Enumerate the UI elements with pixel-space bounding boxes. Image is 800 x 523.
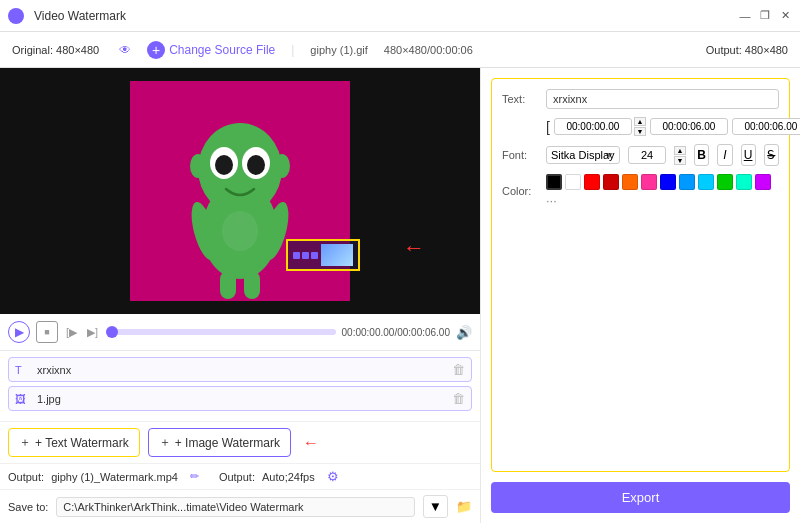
wm-dots: [293, 252, 318, 259]
time-display: 00:00:00.00/00:00:06.00: [342, 327, 450, 338]
left-panel: ← ▶ ■ [▶ ▶] 00:00:00.00/00:00:06.00 🔊 T …: [0, 68, 480, 523]
text-wm-delete-button[interactable]: 🗑: [452, 362, 465, 377]
image-wm-delete-button[interactable]: 🗑: [452, 391, 465, 406]
svg-point-4: [215, 155, 233, 175]
font-name-select[interactable]: Sitka Display: [546, 146, 620, 164]
time-start-input[interactable]: [554, 118, 632, 135]
top-toolbar: Original: 480×480 👁 + Change Source File…: [0, 32, 800, 68]
restore-button[interactable]: ❐: [758, 9, 772, 23]
font-property-row: Font: Sitka Display ▼ ▲ ▼ B I U S̶: [502, 144, 779, 166]
watermark-preview-overlay[interactable]: [286, 239, 360, 271]
timeline-thumb[interactable]: [106, 326, 118, 338]
more-colors-button[interactable]: ···: [546, 193, 557, 208]
change-source-button[interactable]: + Change Source File: [147, 41, 275, 59]
text-wm-icon: T: [15, 364, 29, 376]
image-wm-icon: 🖼: [15, 393, 29, 405]
time-start-down-button[interactable]: ▼: [634, 127, 646, 136]
bracket-open: [: [546, 119, 550, 135]
app-logo-icon: [8, 8, 24, 24]
swatch-red[interactable]: [584, 174, 600, 190]
swatch-darkred[interactable]: [603, 174, 619, 190]
time-start-spinner: ▲ ▼: [634, 117, 646, 136]
italic-button[interactable]: I: [717, 144, 732, 166]
swatch-white[interactable]: [565, 174, 581, 190]
output-settings-icon[interactable]: ⚙: [327, 469, 339, 484]
swatch-orange[interactable]: [622, 174, 638, 190]
time-start-up-button[interactable]: ▲: [634, 117, 646, 126]
red-arrow-indicator: ←: [403, 235, 425, 261]
strikethrough-button[interactable]: S̶: [764, 144, 779, 166]
add-image-watermark-button[interactable]: ＋ + Image Watermark: [148, 428, 291, 457]
svg-point-7: [274, 154, 290, 178]
text-property-row: Text:: [502, 89, 779, 109]
font-size-spinner: ▲ ▼: [674, 146, 686, 165]
save-path-display: C:\ArkThinker\ArkThink...timate\Video Wa…: [56, 497, 414, 517]
red-arrow-add-icon: ←: [303, 434, 319, 452]
next-frame-button[interactable]: ▶]: [85, 324, 100, 341]
swatch-cyan[interactable]: [698, 174, 714, 190]
plus-text-icon: ＋: [19, 434, 31, 451]
filename-label: giphy (1).gif: [310, 44, 367, 56]
svg-point-5: [247, 155, 265, 175]
minimize-button[interactable]: —: [738, 9, 752, 23]
color-swatches: ···: [546, 174, 779, 208]
right-panel: Text: [ ▲ ▼ ▲ ▼ ]: [480, 68, 800, 523]
swatch-pink[interactable]: [641, 174, 657, 190]
export-button[interactable]: Export: [491, 482, 790, 513]
svg-point-1: [198, 123, 282, 215]
text-wm-label: xrxixnx: [37, 364, 444, 376]
time-end2-input[interactable]: [732, 118, 800, 135]
plus-circle-icon: +: [147, 41, 165, 59]
svg-point-6: [190, 154, 206, 178]
eye-icon[interactable]: 👁: [119, 43, 131, 57]
stop-button[interactable]: ■: [36, 321, 58, 343]
output-dims-label: Output: 480×480: [706, 44, 788, 56]
image-wm-label: 1.jpg: [37, 393, 444, 405]
svg-point-12: [222, 211, 258, 251]
watermark-list: T xrxixnx 🗑 🖼 1.jpg 🗑: [0, 350, 480, 421]
swatch-lightblue[interactable]: [679, 174, 695, 190]
video-frame: ←: [130, 81, 350, 301]
swatch-black[interactable]: [546, 174, 562, 190]
original-label: Original: 480×480: [12, 44, 99, 56]
playback-controls: ▶ ■ [▶ ▶] 00:00:00.00/00:00:06.00 🔊: [0, 314, 480, 350]
font-size-down-button[interactable]: ▼: [674, 156, 686, 165]
save-folder-icon[interactable]: 📁: [456, 499, 472, 514]
swatch-green[interactable]: [717, 174, 733, 190]
window-controls: — ❐ ✕: [738, 9, 792, 23]
swatch-purple[interactable]: [755, 174, 771, 190]
output-format-label: Output: Auto;24fps: [219, 471, 315, 483]
save-to-label: Save to:: [8, 501, 48, 513]
watermark-item-text[interactable]: T xrxixnx 🗑: [8, 357, 472, 382]
color-prop-label: Color:: [502, 185, 538, 197]
font-size-input[interactable]: [628, 146, 666, 164]
font-size-up-button[interactable]: ▲: [674, 146, 686, 155]
add-text-watermark-button[interactable]: ＋ + Text Watermark: [8, 428, 140, 457]
add-watermark-row: ＋ + Text Watermark ＋ + Image Watermark ←: [0, 421, 480, 463]
play-button[interactable]: ▶: [8, 321, 30, 343]
prev-frame-button[interactable]: [▶: [64, 324, 79, 341]
main-content: ← ▶ ■ [▶ ▶] 00:00:00.00/00:00:06.00 🔊 T …: [0, 68, 800, 523]
app-title: Video Watermark: [34, 9, 126, 23]
swatch-teal[interactable]: [736, 174, 752, 190]
edit-output-icon[interactable]: ✏: [190, 470, 199, 483]
save-path-dropdown-button[interactable]: ▼: [423, 495, 448, 518]
text-value-input[interactable]: [546, 89, 779, 109]
close-button[interactable]: ✕: [778, 9, 792, 23]
volume-icon[interactable]: 🔊: [456, 325, 472, 340]
bold-button[interactable]: B: [694, 144, 709, 166]
svg-rect-11: [244, 271, 260, 299]
wm-dot-1: [293, 252, 300, 259]
wm-dot-2: [302, 252, 309, 259]
underline-button[interactable]: U: [741, 144, 756, 166]
watermark-strip: [288, 241, 358, 269]
time-end-input[interactable]: [650, 118, 728, 135]
swatch-blue[interactable]: [660, 174, 676, 190]
color-property-row: Color: ···: [502, 174, 779, 208]
text-prop-label: Text:: [502, 93, 538, 105]
timeline-bar[interactable]: [106, 329, 335, 335]
svg-rect-10: [220, 271, 236, 299]
output-filename-label: Output: giphy (1)_Watermark.mp4: [8, 471, 178, 483]
watermark-item-image[interactable]: 🖼 1.jpg 🗑: [8, 386, 472, 411]
video-preview: ←: [0, 68, 480, 314]
